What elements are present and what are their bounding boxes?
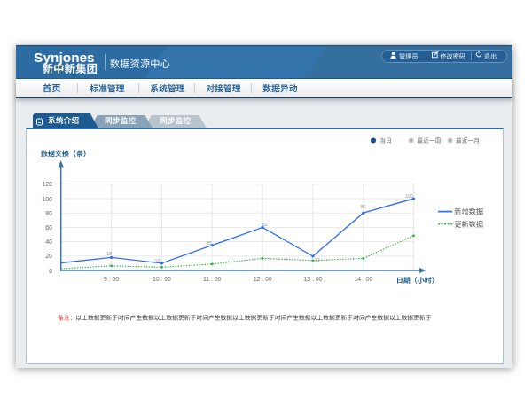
svg-text:20: 20 bbox=[45, 253, 52, 259]
svg-text:10 : 00: 10 : 00 bbox=[153, 276, 171, 282]
svg-text:12 : 00: 12 : 00 bbox=[254, 276, 272, 282]
svg-text:10: 10 bbox=[314, 257, 319, 262]
svg-text:11 : 00: 11 : 00 bbox=[203, 276, 222, 282]
svg-text:18: 18 bbox=[106, 251, 112, 256]
svg-text:80: 80 bbox=[360, 204, 365, 209]
svg-text:9 : 00: 9 : 00 bbox=[104, 276, 119, 282]
svg-text:40: 40 bbox=[45, 239, 52, 245]
svg-text:120: 120 bbox=[42, 181, 52, 187]
svg-text:80: 80 bbox=[45, 210, 52, 216]
svg-text:Synjones: Synjones bbox=[34, 50, 94, 65]
svg-text:0: 0 bbox=[49, 268, 52, 274]
svg-text:10: 10 bbox=[154, 258, 160, 263]
svg-text:100: 100 bbox=[405, 193, 413, 199]
svg-text:35: 35 bbox=[206, 240, 211, 246]
svg-text:60: 60 bbox=[262, 222, 267, 227]
svg-text:100: 100 bbox=[42, 196, 52, 202]
svg-text:13 : 00: 13 : 00 bbox=[304, 276, 323, 282]
svg-text:60: 60 bbox=[45, 224, 52, 231]
svg-text:14 : 00: 14 : 00 bbox=[354, 276, 372, 282]
